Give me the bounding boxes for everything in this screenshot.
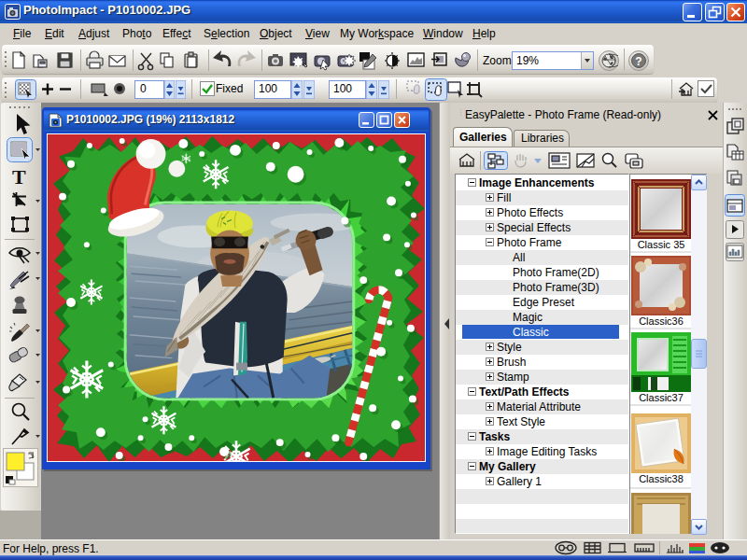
svg-text:?: ?: [635, 55, 641, 68]
svg-text:Classic37: Classic37: [639, 392, 684, 403]
svg-text:Classic38: Classic38: [639, 473, 684, 484]
svg-text:Zoom: Zoom: [483, 54, 512, 67]
svg-text:Classic 35: Classic 35: [638, 239, 685, 250]
svg-text:Classic36: Classic36: [639, 315, 684, 327]
svg-text:T: T: [12, 165, 26, 189]
